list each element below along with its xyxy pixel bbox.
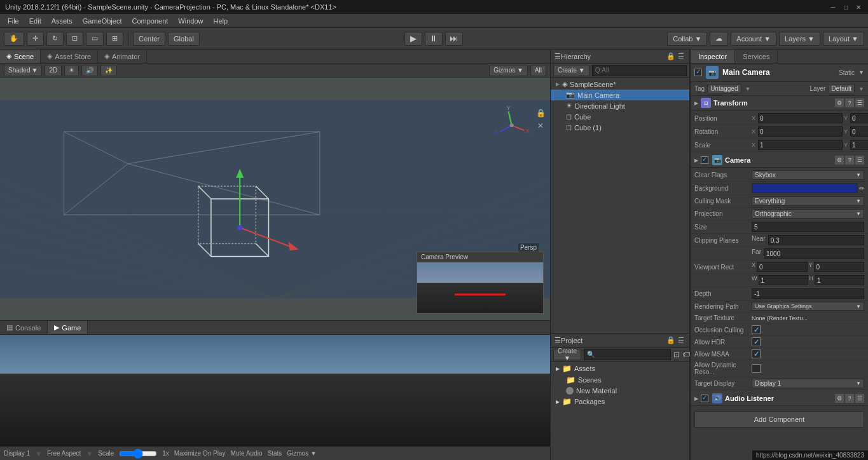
culling-mask-dropdown[interactable]: Everything ▼ [752, 196, 864, 206]
hierarchy-lock[interactable]: 🔒 [665, 52, 677, 60]
tag-value[interactable]: Untagged [707, 84, 741, 93]
camera-component-header[interactable]: ▶ 📷 Camera ⚙ ? ☰ [691, 153, 868, 168]
search-all-btn[interactable]: All [530, 65, 546, 76]
scale-slider[interactable] [119, 450, 157, 457]
audio-menu-btn[interactable]: ☰ [855, 394, 864, 403]
project-options-1[interactable]: ⊡ [673, 350, 680, 359]
menu-edit[interactable]: Edit [24, 16, 46, 26]
play-button[interactable]: ▶ [404, 32, 422, 46]
maximize-on-play[interactable]: Maximize On Play [174, 450, 226, 457]
rotation-x-input[interactable] [758, 126, 843, 137]
hierarchy-create-button[interactable]: Create ▼ [553, 65, 589, 76]
audio-enabled-checkbox[interactable] [701, 395, 708, 402]
camera-info-btn[interactable]: ? [845, 156, 854, 165]
hierarchy-item-directionallight[interactable]: ☀ Directional Light [551, 100, 689, 111]
gizmos-button[interactable]: Gizmos ▼ [489, 65, 528, 76]
collab-button[interactable]: Collab ▼ [667, 32, 707, 46]
rect-tool-button[interactable]: ▭ [86, 32, 104, 46]
tab-services[interactable]: Services [735, 50, 778, 63]
maximize-button[interactable]: □ [841, 3, 850, 11]
rotate-tool-button[interactable]: ↻ [46, 32, 64, 46]
pause-button[interactable]: ⏸ [425, 32, 443, 46]
transform-info-btn[interactable]: ? [845, 98, 854, 107]
rendering-path-dropdown[interactable]: Use Graphics Settings ▼ [752, 302, 864, 311]
scale-x-input[interactable] [758, 140, 843, 150]
object-name[interactable]: Main Camera [722, 68, 835, 77]
hand-tool-button[interactable]: ✋ [4, 32, 24, 46]
minimize-button[interactable]: ─ [829, 3, 837, 11]
size-input[interactable] [752, 222, 864, 232]
hdr-checkbox[interactable]: ✓ [752, 337, 761, 346]
all-tool-button[interactable]: ⊞ [106, 32, 123, 46]
camera-settings-btn[interactable]: ⚙ [835, 156, 844, 165]
dynamic-res-checkbox[interactable] [752, 364, 761, 373]
occlusion-checkbox[interactable]: ✓ [752, 325, 761, 334]
layer-value[interactable]: Default [828, 84, 855, 93]
shaded-button[interactable]: Shaded ▼ [4, 65, 42, 76]
project-options-2[interactable]: 🏷 [682, 350, 690, 359]
vp-x-input[interactable] [757, 262, 807, 272]
project-lock[interactable]: 🔒 [665, 336, 677, 344]
transform-settings-btn[interactable]: ⚙ [835, 98, 844, 107]
layers-button[interactable]: Layers ▼ [779, 32, 820, 46]
vp-w-input[interactable] [759, 275, 808, 285]
hierarchy-item-samplescene[interactable]: ▶ ◈ SampleScene* [551, 79, 689, 90]
menu-assets[interactable]: Assets [46, 16, 78, 26]
tab-asset-store[interactable]: ◈ Asset Store [41, 50, 98, 63]
rotation-y-input[interactable] [850, 126, 868, 137]
project-folder-packages[interactable]: ▶ 📁 Packages [551, 396, 689, 407]
menu-help[interactable]: Help [208, 16, 233, 26]
menu-gameobject[interactable]: GameObject [78, 16, 127, 26]
add-component-button[interactable]: Add Component [694, 411, 864, 428]
transform-menu-btn[interactable]: ☰ [855, 98, 864, 107]
camera-menu-btn[interactable]: ☰ [855, 156, 864, 165]
vp-y-input[interactable] [814, 262, 864, 272]
2d-toggle[interactable]: 2D [45, 65, 62, 76]
static-dropdown-arrow[interactable]: ▼ [858, 69, 864, 76]
close-button[interactable]: ✕ [854, 3, 863, 11]
account-button[interactable]: Account ▼ [731, 32, 776, 46]
menu-window[interactable]: Window [173, 16, 208, 26]
scale-tool-button[interactable]: ⊡ [66, 32, 83, 46]
menu-component[interactable]: Component [127, 16, 173, 26]
tab-console[interactable]: ▤ Console [0, 321, 48, 334]
tab-inspector[interactable]: Inspector [691, 50, 735, 63]
depth-input[interactable] [752, 288, 864, 299]
camera-enabled-checkbox[interactable] [701, 156, 708, 164]
move-tool-button[interactable]: ✛ [27, 32, 44, 46]
hierarchy-item-maincamera[interactable]: 📷 Main Camera [551, 90, 689, 100]
clear-flags-dropdown[interactable]: Skybox ▼ [752, 170, 864, 180]
scene-fx-btn[interactable]: ✨ [100, 65, 117, 76]
project-create-button[interactable]: Create ▼ [553, 349, 581, 360]
tab-scene[interactable]: ◈ Scene [0, 50, 41, 63]
projection-dropdown[interactable]: Orthographic ▼ [752, 209, 864, 219]
step-button[interactable]: ⏭ [445, 32, 463, 46]
hierarchy-item-cube[interactable]: ◻ Cube [551, 111, 689, 122]
msaa-checkbox[interactable]: ✓ [752, 349, 761, 358]
project-item-new-material[interactable]: New Material [551, 386, 689, 396]
near-input[interactable] [768, 235, 864, 245]
target-display-dropdown[interactable]: Display 1 ▼ [752, 379, 864, 388]
audio-settings-btn[interactable]: ⚙ [835, 394, 844, 403]
position-y-input[interactable] [850, 113, 868, 123]
tab-game[interactable]: ▶ Game [48, 321, 88, 334]
scene-audio-btn[interactable]: 🔊 [81, 65, 98, 76]
object-enabled-checkbox[interactable] [694, 69, 702, 76]
menu-file[interactable]: File [3, 16, 24, 26]
position-x-input[interactable] [758, 113, 843, 123]
hierarchy-search[interactable] [592, 65, 687, 76]
hierarchy-item-cube1[interactable]: ◻ Cube (1) [551, 122, 689, 133]
hierarchy-menu[interactable]: ☰ [677, 52, 685, 60]
scene-3d-view[interactable]: X Y Z 🔒 ✕ Persp Camera Preview [0, 78, 550, 320]
scene-light-btn[interactable]: ☀ [64, 65, 79, 76]
tab-animator[interactable]: ◈ Animator [98, 50, 147, 63]
far-input[interactable] [764, 248, 864, 259]
scale-y-input[interactable] [850, 140, 868, 150]
project-folder-assets[interactable]: ▶ 📁 Assets [551, 363, 689, 374]
transform-component-header[interactable]: ▶ ⊡ Transform ⚙ ? ☰ [691, 96, 868, 111]
cloud-button[interactable]: ☁ [710, 32, 728, 46]
project-item-scenes[interactable]: 📁 Scenes [551, 374, 689, 386]
project-menu[interactable]: ☰ [677, 336, 685, 344]
audio-listener-header[interactable]: ▶ 🔊 Audio Listener ⚙ ? ☰ [691, 391, 868, 406]
mute-audio[interactable]: Mute Audio [230, 450, 262, 457]
